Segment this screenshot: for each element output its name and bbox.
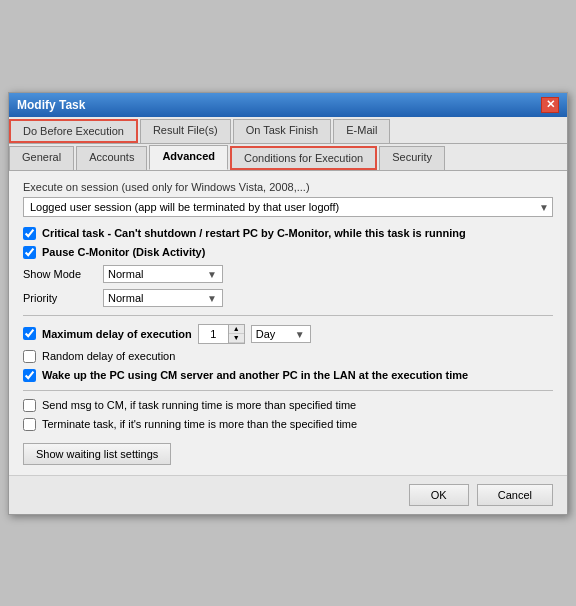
session-label: Execute on session (used only for Window… (23, 181, 553, 193)
max-delay-unit-wrap: Day ▼ (251, 325, 311, 343)
session-dropdown-wrap: Logged user session (app will be termina… (23, 197, 553, 217)
divider2 (23, 390, 553, 391)
pause-cmonitor-checkbox[interactable] (23, 246, 36, 259)
tab-do-before-execution[interactable]: Do Before Execution (9, 119, 138, 143)
title-bar: Modify Task ✕ (9, 93, 567, 117)
max-delay-unit-select[interactable]: Day (251, 325, 311, 343)
max-delay-checkbox[interactable] (23, 327, 36, 340)
send-msg-label: Send msg to CM, if task running time is … (42, 399, 356, 411)
send-msg-row: Send msg to CM, if task running time is … (23, 399, 553, 412)
tab-security[interactable]: Security (379, 146, 445, 170)
priority-row: Priority Normal ▼ (23, 289, 553, 307)
ok-button[interactable]: OK (409, 484, 469, 506)
terminate-task-checkbox[interactable] (23, 418, 36, 431)
max-delay-row: Maximum delay of execution ▲ ▼ Day ▼ (23, 324, 553, 344)
main-window: Modify Task ✕ Do Before Execution Result… (8, 92, 568, 515)
random-delay-checkbox[interactable] (23, 350, 36, 363)
random-delay-label: Random delay of execution (42, 350, 175, 362)
terminate-task-label: Terminate task, if it's running time is … (42, 418, 357, 430)
show-mode-row: Show Mode Normal ▼ (23, 265, 553, 283)
close-button[interactable]: ✕ (541, 97, 559, 113)
show-mode-label: Show Mode (23, 268, 103, 280)
tabs-row1: Do Before Execution Result File(s) On Ta… (9, 117, 567, 144)
tab-result-files[interactable]: Result File(s) (140, 119, 231, 143)
priority-label: Priority (23, 292, 103, 304)
send-msg-checkbox[interactable] (23, 399, 36, 412)
divider1 (23, 315, 553, 316)
max-delay-input[interactable] (199, 325, 229, 343)
show-mode-select[interactable]: Normal (103, 265, 223, 283)
tab-general[interactable]: General (9, 146, 74, 170)
critical-task-label: Critical task - Can't shutdown / restart… (42, 227, 466, 239)
show-mode-select-wrap: Normal ▼ (103, 265, 223, 283)
pause-cmonitor-row: Pause C-Monitor (Disk Activity) (23, 246, 553, 259)
priority-select[interactable]: Normal (103, 289, 223, 307)
tab-email[interactable]: E-Mail (333, 119, 390, 143)
max-delay-spinner: ▲ ▼ (198, 324, 245, 344)
wake-up-label: Wake up the PC using CM server and anoth… (42, 369, 468, 381)
random-delay-row: Random delay of execution (23, 350, 553, 363)
content-area: Execute on session (used only for Window… (9, 171, 567, 475)
terminate-task-row: Terminate task, if it's running time is … (23, 418, 553, 431)
max-delay-spinner-buttons: ▲ ▼ (229, 325, 244, 343)
critical-task-row: Critical task - Can't shutdown / restart… (23, 227, 553, 240)
session-dropdown[interactable]: Logged user session (app will be termina… (23, 197, 553, 217)
priority-select-wrap: Normal ▼ (103, 289, 223, 307)
max-delay-label: Maximum delay of execution (42, 328, 192, 340)
wake-up-checkbox[interactable] (23, 369, 36, 382)
pause-cmonitor-label: Pause C-Monitor (Disk Activity) (42, 246, 205, 258)
tab-conditions[interactable]: Conditions for Execution (230, 146, 377, 170)
tabs-row2: General Accounts Advanced Conditions for… (9, 144, 567, 171)
tab-advanced[interactable]: Advanced (149, 145, 228, 170)
window-title: Modify Task (17, 98, 85, 112)
max-delay-increment[interactable]: ▲ (229, 325, 244, 334)
show-waiting-button[interactable]: Show waiting list settings (23, 443, 171, 465)
tab-accounts[interactable]: Accounts (76, 146, 147, 170)
critical-task-checkbox[interactable] (23, 227, 36, 240)
max-delay-decrement[interactable]: ▼ (229, 334, 244, 343)
cancel-button[interactable]: Cancel (477, 484, 553, 506)
wake-up-row: Wake up the PC using CM server and anoth… (23, 369, 553, 382)
footer: OK Cancel (9, 475, 567, 514)
tab-on-task-finish[interactable]: On Task Finish (233, 119, 332, 143)
